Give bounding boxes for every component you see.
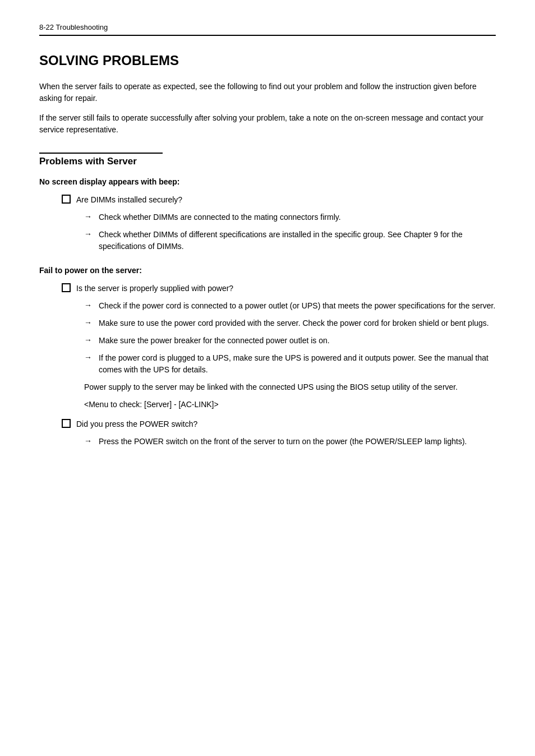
arrow-text-power-0: Check if the power cord is connected to … <box>99 300 495 312</box>
section-heading: Problems with Server <box>39 156 496 167</box>
arrow-items-power-supply: → Check if the power cord is connected t… <box>84 300 496 376</box>
note-ups-bios: Power supply to the server may be linked… <box>84 381 496 393</box>
arrow-icon-dimms-0: → <box>84 212 95 221</box>
subsection-no-screen: No screen display appears with beep: Are… <box>39 177 496 252</box>
arrow-item-power-1: → Make sure to use the power cord provid… <box>84 317 496 329</box>
checklist-item-power-switch: Did you press the POWER switch? <box>62 418 496 430</box>
checkbox-icon-dimms <box>62 195 71 204</box>
arrow-item-dimms-1: → Check whether DIMMs of different speci… <box>84 229 496 252</box>
arrow-item-power-0: → Check if the power cord is connected t… <box>84 300 496 312</box>
arrow-item-switch-0: → Press the POWER switch on the front of… <box>84 436 496 448</box>
checkbox-icon-power-switch <box>62 419 71 428</box>
subsection-fail-power: Fail to power on the server: Is the serv… <box>39 266 496 448</box>
arrow-text-power-2: Make sure the power breaker for the conn… <box>99 335 330 347</box>
arrow-text-dimms-1: Check whether DIMMs of different specifi… <box>99 229 496 252</box>
arrow-icon-power-2: → <box>84 335 95 344</box>
problems-section: Problems with Server No screen display a… <box>39 153 496 448</box>
checklist-text-dimms: Are DIMMs installed securely? <box>76 194 182 206</box>
arrow-text-dimms-0: Check whether DIMMs are connected to the… <box>99 211 341 223</box>
intro-para2: If the server still fails to operate suc… <box>39 112 496 136</box>
section-divider <box>39 153 163 154</box>
page-title: SOLVING PROBLEMS <box>39 53 496 68</box>
arrow-text-power-3: If the power cord is plugged to a UPS, m… <box>99 352 496 376</box>
arrow-icon-power-0: → <box>84 301 95 310</box>
header-text: 8-22 Troubleshooting <box>39 23 108 31</box>
arrow-text-power-1: Make sure to use the power cord provided… <box>99 317 489 329</box>
no-screen-heading: No screen display appears with beep: <box>39 177 496 186</box>
arrow-text-switch-0: Press the POWER switch on the front of t… <box>99 436 467 448</box>
checkbox-icon-power-supply <box>62 283 71 292</box>
checklist-text-power-switch: Did you press the POWER switch? <box>76 418 197 430</box>
checklist-item-dimms: Are DIMMs installed securely? <box>62 194 496 206</box>
page-container: 8-22 Troubleshooting SOLVING PROBLEMS Wh… <box>0 0 535 495</box>
arrow-item-power-2: → Make sure the power breaker for the co… <box>84 335 496 347</box>
checklist-text-power-supply: Is the server is properly supplied with … <box>76 283 233 294</box>
menu-note-ac-link: <Menu to check: [Server] - [AC-LINK]> <box>84 399 496 411</box>
intro-para1: When the server fails to operate as expe… <box>39 81 496 104</box>
arrow-item-dimms-0: → Check whether DIMMs are connected to t… <box>84 211 496 223</box>
header-section: 8-22 Troubleshooting <box>39 22 496 36</box>
arrow-icon-switch-0: → <box>84 436 95 445</box>
arrow-icon-dimms-1: → <box>84 229 95 238</box>
checklist-item-power-supply: Is the server is properly supplied with … <box>62 283 496 294</box>
arrow-icon-power-1: → <box>84 318 95 327</box>
arrow-items-dimms: → Check whether DIMMs are connected to t… <box>84 211 496 252</box>
arrow-items-power-switch: → Press the POWER switch on the front of… <box>84 436 496 448</box>
arrow-item-power-3: → If the power cord is plugged to a UPS,… <box>84 352 496 376</box>
arrow-icon-power-3: → <box>84 353 95 362</box>
fail-power-heading: Fail to power on the server: <box>39 266 496 275</box>
